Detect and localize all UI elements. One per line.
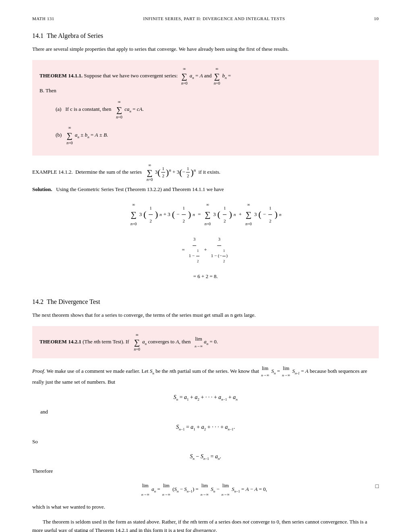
proof-eq4: lim n→∞ an = lim n→∞ (Sn − Sn−1) = lim n… (32, 480, 379, 499)
theorem-item-b: (b) ∞ ∑ n=0 an ± bn = A ± B. (56, 124, 372, 147)
theorem-14-1-1-text: Suppose that we have two convergent seri… (84, 73, 231, 79)
proof-and: and (40, 408, 379, 416)
header-left: MATH 131 (32, 16, 54, 21)
theorem-item-a: (a) If c is a constant, then ∞ ∑ n=0 can… (56, 98, 372, 121)
theorem-14-1-1-items: (a) If c is a constant, then ∞ ∑ n=0 can… (56, 98, 372, 147)
theorem-14-2-1-label: THEOREM 14.2.1 (39, 339, 81, 345)
theorem-14-2-1-nth: (The nth term Test). If (83, 339, 129, 345)
solution-math: ∞∑n=0 3 ( 12 ) n + 3 ( − 12 ) n = ∞∑n=0 … (32, 199, 379, 284)
example-14-1-2: EXAMPLE 14.1.2. Determine the sum of the… (32, 162, 379, 183)
section-14-1-title: 14.1 The Algebra of Series (32, 32, 379, 39)
proof-therefore: Therefore (32, 467, 379, 476)
section-14-2-intro: The next theorem shows that for a series… (32, 311, 379, 320)
theorem-14-2-1: THEOREM 14.2.1 (The nth term Test). If ∞… (32, 326, 379, 358)
example-sum: ∞ ∑ n=0 (147, 162, 153, 183)
header-center: INFINITE SERIES, PART II: DIVERGENCE AND… (143, 16, 285, 21)
theorem-14-1-1-label: THEOREM 14.1.1. (39, 73, 83, 79)
lim-an: lim n→∞ (195, 335, 203, 349)
section-14-1: 14.1 The Algebra of Series There are sev… (32, 32, 379, 284)
proof-eq2: Sn−1 = a1 + a2 + · · · + an−1. (32, 421, 379, 434)
closing-paragraph: The theorem is seldom used in the form a… (32, 518, 379, 532)
sum-ca: ∞ ∑ n=0 (116, 98, 122, 121)
proof-paragraph: Proof. We make use of a comment we made … (32, 365, 379, 387)
theorem-sum-an: ∞ ∑ n=0 (134, 332, 140, 353)
sum-ab: ∞ ∑ n=0 (66, 124, 73, 147)
solution-line: Solution. Using the Geometric Series Tes… (32, 185, 379, 194)
sum-bn: ∞ ∑ n=0 (214, 66, 220, 87)
proof-conclusion: which is what we wanted to prove. (32, 503, 379, 511)
theorem-14-1-1: THEOREM 14.1.1. Suppose that we have two… (32, 60, 379, 156)
sum-an: ∞ ∑ n=0 (181, 66, 188, 87)
qed-symbol: □ (376, 480, 379, 493)
section-14-2-title: 14.2 The Divergence Test (32, 298, 379, 305)
proof-eq1: Sn = a1 + a2 + · · · + an−1 + an (32, 391, 379, 404)
header-right: 10 (374, 16, 379, 21)
proof-eq3: Sn − Sn−1 = an. (32, 451, 379, 463)
theorem-14-1-1-then: B. Then (39, 87, 56, 94)
section-14-1-intro: There are several simple properties that… (32, 45, 379, 54)
section-14-2: 14.2 The Divergence Test The next theore… (32, 298, 379, 532)
example-14-1-2-label: EXAMPLE 14.1.2. (32, 169, 73, 175)
proof-so: So (32, 438, 379, 446)
